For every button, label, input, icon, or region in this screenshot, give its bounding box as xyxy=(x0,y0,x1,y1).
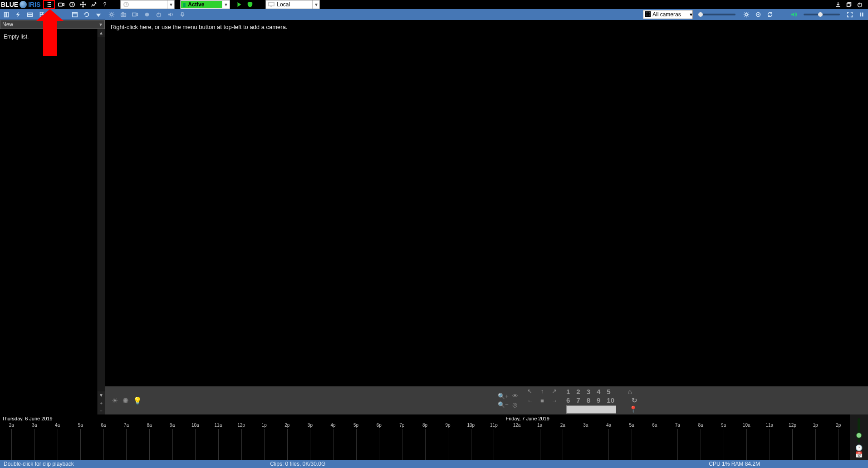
layout-slider[interactable] xyxy=(699,14,736,15)
folder-icon[interactable] xyxy=(25,10,34,19)
target-icon[interactable]: ◎ xyxy=(512,401,517,408)
svg-rect-26 xyxy=(649,15,650,16)
ptz-dpad: ↖ ↑ ↗ ← ■ → xyxy=(525,387,560,414)
ptz-stop[interactable]: ■ xyxy=(537,396,548,405)
camera-icon[interactable] xyxy=(119,10,128,19)
calendar-icon[interactable] xyxy=(70,10,79,19)
status-dropdown[interactable]: ▮ Active ▾ xyxy=(180,0,230,9)
tick-label: 2p xyxy=(284,423,289,428)
record-circle-icon[interactable] xyxy=(142,10,152,19)
svg-rect-5 xyxy=(847,3,850,6)
content-area: All cameras ▾ Right-click here, or use t… xyxy=(105,9,868,414)
zoom-in-icon[interactable]: ＋ xyxy=(98,399,105,407)
speaker-icon[interactable] xyxy=(166,10,175,19)
preset-9[interactable]: 9 xyxy=(597,396,600,404)
svg-rect-14 xyxy=(132,13,136,16)
logo-globe-icon xyxy=(20,1,27,8)
bulb-icon[interactable]: 💡 xyxy=(133,396,142,405)
pause-icon[interactable] xyxy=(857,10,866,19)
tick-label: 12a xyxy=(513,423,521,428)
tick-label: 5a xyxy=(78,423,83,428)
restore-window-icon[interactable] xyxy=(843,0,854,9)
chevron-down-icon: ▾ xyxy=(312,0,319,9)
calendar2-icon[interactable]: 📅 xyxy=(855,451,863,458)
refresh-icon[interactable] xyxy=(82,10,91,19)
preset-3[interactable]: 3 xyxy=(587,388,590,395)
play-icon[interactable] xyxy=(235,0,244,9)
zoom-out-icon[interactable]: 🔍− xyxy=(498,401,509,408)
profile-dropdown[interactable]: ▾ xyxy=(120,0,175,9)
chevron-down-icon: ▾ xyxy=(167,0,174,9)
timeline-track[interactable]: Thursday, 6 June 2019 Friday, 7 June 201… xyxy=(0,414,850,460)
down-arrow-icon[interactable] xyxy=(94,10,103,19)
tick-label: 4a xyxy=(55,423,60,428)
help-icon[interactable]: ? xyxy=(100,0,109,9)
chevron-down-icon: ▾ xyxy=(97,20,104,29)
bolt-icon[interactable] xyxy=(14,10,23,19)
timeline-zoom-slider[interactable] xyxy=(858,418,860,443)
red-arrow-annotation xyxy=(43,19,57,56)
download-icon[interactable] xyxy=(833,0,843,9)
clock2-icon[interactable]: 🕑 xyxy=(855,444,863,451)
video-grid[interactable]: Right-click here, or use the menu button… xyxy=(105,20,868,386)
gear2-icon[interactable] xyxy=(742,10,751,19)
preset-6[interactable]: 6 xyxy=(566,396,570,404)
preset-2[interactable]: 2 xyxy=(576,388,580,395)
ptz-left[interactable]: ← xyxy=(525,396,535,405)
video-icon[interactable] xyxy=(131,10,140,19)
svg-point-10 xyxy=(110,13,113,15)
video-hint-text: Right-click here, or use the menu button… xyxy=(111,24,288,30)
preset-7[interactable]: 7 xyxy=(576,396,580,404)
tick-label: 5a xyxy=(629,423,634,428)
move-icon[interactable] xyxy=(78,0,88,9)
zoom-out-icon[interactable]: － xyxy=(98,407,105,414)
preset-5[interactable]: 5 xyxy=(607,388,610,395)
clock-icon[interactable] xyxy=(68,0,77,9)
volume-icon[interactable] xyxy=(789,10,798,19)
server-dropdown[interactable]: Local ▾ xyxy=(265,0,320,9)
power-small-icon[interactable] xyxy=(154,10,163,19)
tick-label: 12p xyxy=(789,423,796,428)
ptz-right[interactable]: → xyxy=(549,396,560,405)
fullscreen-icon[interactable] xyxy=(845,10,854,19)
pin-icon[interactable]: 📍 xyxy=(629,405,638,414)
power-icon[interactable] xyxy=(854,0,865,9)
zoom-in-icon[interactable]: 🔍+ xyxy=(498,393,509,400)
preset-4[interactable]: 4 xyxy=(597,388,600,395)
mic-icon[interactable] xyxy=(178,10,187,19)
loop-icon[interactable]: ↻ xyxy=(632,396,638,405)
preset-1[interactable]: 1 xyxy=(566,388,570,395)
tick-label: 10a xyxy=(743,423,750,428)
ptz-upright[interactable]: ↗ xyxy=(549,387,560,395)
volume-slider[interactable] xyxy=(804,14,840,15)
ptz-upleft[interactable]: ↖ xyxy=(525,387,535,395)
preset-10[interactable]: 10 xyxy=(607,396,614,404)
list-icon[interactable] xyxy=(44,0,54,9)
home-icon[interactable]: ⌂ xyxy=(628,388,632,395)
tick-label: 11p xyxy=(490,423,498,428)
ptz-up[interactable]: ↑ xyxy=(537,387,548,395)
graph-icon[interactable] xyxy=(89,0,98,9)
sidebar-scrollbar[interactable]: ▲ ▼ ＋ － xyxy=(97,29,105,414)
shield-icon[interactable] xyxy=(245,0,255,9)
clock-small-icon xyxy=(123,1,130,8)
book-icon[interactable] xyxy=(2,10,11,19)
tick-label: 2a xyxy=(560,423,565,428)
cycle-icon[interactable] xyxy=(754,10,763,19)
reload-icon[interactable] xyxy=(765,10,775,19)
server-dropdown-value: Local xyxy=(277,1,290,8)
eye-icon[interactable]: 👁 xyxy=(512,393,518,400)
clip-list: Empty list. ▲ ▼ ＋ － xyxy=(0,29,105,414)
tick-label: 9p xyxy=(446,423,451,428)
preset-dropdown[interactable] xyxy=(566,405,616,414)
record-icon[interactable] xyxy=(57,0,66,9)
brightness2-icon[interactable]: ✺ xyxy=(123,396,128,405)
tick-label: 1p xyxy=(262,423,267,428)
preset-8[interactable]: 8 xyxy=(587,396,590,404)
brightness-icon[interactable]: ☀ xyxy=(112,396,118,405)
logo-blue: BLUE xyxy=(1,1,18,8)
camera-selector[interactable]: All cameras ▾ xyxy=(643,10,693,19)
gear-icon[interactable] xyxy=(107,10,116,19)
tick-label: 10a xyxy=(191,423,199,428)
svg-rect-18 xyxy=(646,11,647,13)
